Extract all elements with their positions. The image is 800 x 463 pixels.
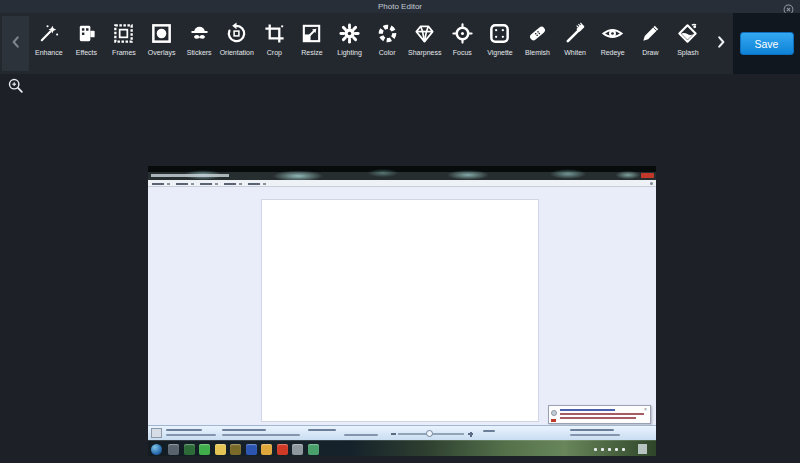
photo-menu-caret [191, 183, 194, 185]
tool-enhance[interactable]: Enhance [30, 13, 68, 74]
tool-stickers[interactable]: Stickers [180, 13, 218, 74]
photo-taskbar-app-icon [246, 444, 257, 455]
tool-overlays[interactable]: Overlays [143, 13, 181, 74]
tool-label: Splash [677, 49, 698, 56]
paint-splash-icon [676, 22, 699, 45]
photo-status-text [308, 429, 336, 431]
segmented-ring-icon [376, 22, 399, 45]
tool-label: Enhance [35, 49, 63, 56]
tool-crop[interactable]: Crop [256, 13, 294, 74]
zoom-icon[interactable] [7, 77, 25, 95]
photo-being-edited[interactable]: × [148, 166, 656, 456]
photo-menu-item [176, 183, 188, 185]
photo-notification-text-line [560, 413, 644, 415]
hat-mustache-icon [188, 22, 211, 45]
photo-status-text [483, 430, 495, 432]
titlebar: Photo Editor [0, 0, 800, 13]
photo-notification-popup: × [548, 405, 651, 424]
tool-label: Overlays [148, 49, 176, 56]
photo-menu-item [200, 183, 212, 185]
photo-window-title-text [151, 174, 229, 177]
photo-notification-close-icon: × [644, 407, 648, 411]
photo-status-thumbnail [151, 428, 162, 438]
chevron-left-icon [9, 32, 23, 56]
photo-taskbar-app-icon [261, 444, 272, 455]
tool-label: Blemish [525, 49, 550, 56]
resize-arrow-icon [300, 22, 323, 45]
tool-splash[interactable]: Splash [669, 13, 707, 74]
tool-lighting[interactable]: Lighting [331, 13, 369, 74]
photo-status-text [570, 429, 614, 431]
tool-label: Lighting [337, 49, 362, 56]
photo-menu-item [152, 183, 164, 185]
photo-menu-caret [215, 183, 218, 185]
bandage-icon [526, 22, 549, 45]
rotate-arrow-icon [225, 22, 248, 45]
film-roll-icon [75, 22, 98, 45]
photo-help-icon [650, 182, 653, 185]
tool-sharpness[interactable]: Sharpness [406, 13, 444, 74]
tool-resize[interactable]: Resize [293, 13, 331, 74]
photo-system-tray-clock [638, 444, 647, 454]
crop-marks-icon [263, 22, 286, 45]
photo-taskbar-app-icon [292, 444, 303, 455]
tool-redeye[interactable]: Redeye [594, 13, 632, 74]
tool-label: Whiten [564, 49, 586, 56]
stamp-frame-icon [112, 22, 135, 45]
photo-system-tray-icon [615, 448, 618, 451]
tool-effects[interactable]: Effects [68, 13, 106, 74]
photo-system-tray-icon [608, 448, 611, 451]
tool-label: Sharpness [408, 49, 441, 56]
vignette-corners-icon [488, 22, 511, 45]
pencil-icon [639, 22, 662, 45]
scroll-right-button[interactable] [708, 13, 733, 74]
tool-blemish[interactable]: Blemish [519, 13, 557, 74]
tool-strip: EnhanceEffectsFramesOverlaysStickersOrie… [30, 13, 708, 74]
photo-blank-page [262, 200, 538, 421]
editor-canvas: × [0, 74, 800, 463]
photo-system-tray-icon [622, 448, 625, 451]
tool-label: Draw [642, 49, 658, 56]
photo-taskbar-app-icon [199, 444, 210, 455]
tool-vignette[interactable]: Vignette [481, 13, 519, 74]
save-panel: Save [733, 13, 800, 74]
photo-menu-caret [239, 183, 242, 185]
photo-status-text [166, 429, 202, 431]
chevron-right-icon [714, 32, 728, 56]
tool-label: Redeye [601, 49, 625, 56]
photo-desktop-background [148, 166, 656, 180]
photo-status-text [222, 429, 266, 431]
tool-focus[interactable]: Focus [444, 13, 482, 74]
scroll-left-button[interactable] [2, 16, 29, 71]
photo-status-bar [148, 425, 656, 440]
tool-draw[interactable]: Draw [632, 13, 670, 74]
photo-notification-text-line [560, 409, 615, 411]
photo-status-text [570, 434, 620, 436]
tool-label: Orientation [220, 49, 254, 56]
photo-zoom-plus [470, 432, 472, 437]
photo-windows-taskbar [148, 440, 656, 456]
eye-icon [601, 22, 624, 45]
photo-document-workspace: × [148, 187, 656, 425]
photo-menu-item [224, 183, 236, 185]
close-icon[interactable] [783, 1, 794, 12]
tool-label: Crop [267, 49, 282, 56]
tool-frames[interactable]: Frames [105, 13, 143, 74]
photo-notification-icon [551, 410, 557, 416]
tool-label: Color [379, 49, 396, 56]
photo-zoom-slider-knob [426, 430, 433, 437]
photo-status-text [344, 434, 378, 436]
photo-taskbar-app-icon [184, 444, 195, 455]
sun-gear-icon [338, 22, 361, 45]
photo-system-tray-icon [601, 448, 604, 451]
photo-status-text [166, 434, 216, 436]
photo-zoom-minus [391, 433, 396, 435]
photo-menu-caret [167, 183, 170, 185]
tool-orientation[interactable]: Orientation [218, 13, 256, 74]
tool-label: Stickers [187, 49, 212, 56]
photo-taskbar-app-icon [215, 444, 226, 455]
tool-whiten[interactable]: Whiten [556, 13, 594, 74]
circle-in-square-icon [150, 22, 173, 45]
save-button[interactable]: Save [740, 32, 794, 55]
tool-color[interactable]: Color [368, 13, 406, 74]
